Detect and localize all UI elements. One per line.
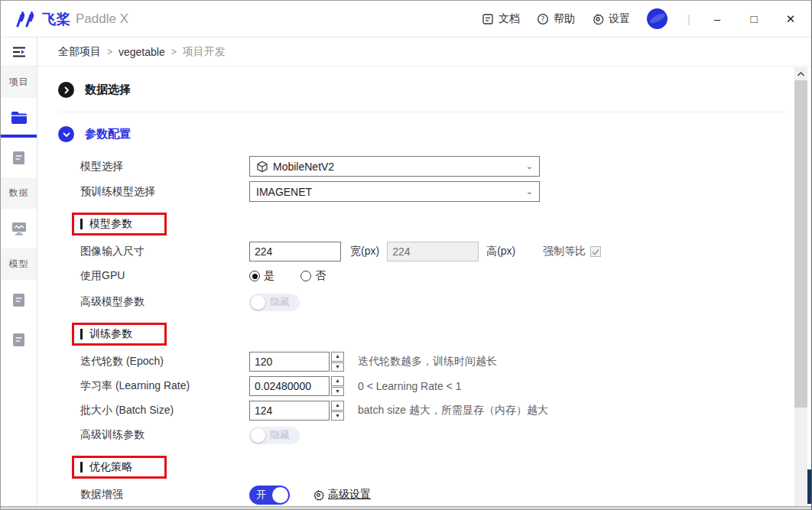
pretrain-select-dropdown[interactable]: IMAGENET ⌄ <box>249 181 540 202</box>
adv-model-row: 高级模型参数 隐藏 <box>80 292 811 312</box>
background-window-fragment <box>807 469 811 504</box>
paddle-logo-icon <box>15 11 37 28</box>
user-avatar[interactable] <box>647 8 667 29</box>
batch-hint: batch size 越大，所需显存（内存）越大 <box>358 404 548 417</box>
image-size-row: 图像输入尺寸 宽(px) 高(px) 强制等比 <box>80 242 811 261</box>
scrollbar-up-arrow[interactable] <box>794 67 807 80</box>
train-params-title: 训练参数 <box>89 327 132 341</box>
image-height-input <box>387 242 479 261</box>
epoch-input[interactable] <box>249 352 330 372</box>
chevron-down-icon: ⌄ <box>526 187 533 197</box>
use-gpu-row: 使用GPU 是 否 <box>80 266 811 286</box>
adv-model-toggle-label: 隐藏 <box>270 295 290 309</box>
main-area: 全部项目 > vegetable > 项目开发 数据选择 <box>37 37 811 510</box>
collapse-chevron-down-icon[interactable] <box>58 126 74 142</box>
maximize-button[interactable]: □ <box>744 12 764 25</box>
breadcrumb-separator: > <box>107 47 112 57</box>
window-bottom-edge <box>1 506 811 509</box>
section-bar <box>80 329 83 339</box>
spinner-up-button[interactable]: ▲ <box>331 376 344 386</box>
sidebar-collapse-button[interactable] <box>1 37 37 67</box>
model-select-dropdown[interactable]: MobileNetV2 ⌄ <box>249 156 540 177</box>
document-icon <box>482 13 494 25</box>
spinner-up-button[interactable]: ▲ <box>331 352 344 362</box>
pretrain-select-row: 预训练模型选择 IMAGENET ⌄ <box>80 181 811 202</box>
spinner-down-button[interactable]: ▼ <box>331 387 344 397</box>
chevron-down-icon: ⌄ <box>526 161 533 171</box>
close-button[interactable]: ✕ <box>781 12 801 26</box>
app-window: 飞桨 Paddle X 文档 ? 帮助 <box>0 0 812 510</box>
gear-icon <box>313 489 324 501</box>
toggle-knob <box>272 487 288 503</box>
breadcrumb-project-name[interactable]: vegetable <box>119 46 165 58</box>
settings-button[interactable]: 设置 <box>592 12 630 26</box>
adv-model-label: 高级模型参数 <box>80 295 249 309</box>
model-params-header-annotated: 模型参数 <box>72 213 167 236</box>
sidebar-item-project-doc[interactable] <box>1 138 37 177</box>
help-icon: ? <box>537 13 549 25</box>
sidebar-group-project: 项目 <box>1 67 37 98</box>
spinner-down-button[interactable]: ▼ <box>331 411 344 421</box>
adv-model-toggle[interactable]: 隐藏 <box>249 294 300 311</box>
docs-label: 文档 <box>499 12 520 26</box>
sidebar: 项目 数据 <box>1 37 37 510</box>
width-unit-label: 宽(px) <box>350 245 379 258</box>
batch-row: 批大小 (Batch Size) ▲ ▼ batch size 越大，所需显存（… <box>80 401 811 421</box>
window-controls-separator: | <box>687 12 690 25</box>
adv-train-toggle-label: 隐藏 <box>270 428 290 442</box>
menu-fold-icon <box>12 46 26 58</box>
section-title-param-config: 参数配置 <box>85 127 131 141</box>
train-params-header-annotated: 训练参数 <box>72 323 167 346</box>
augment-label: 数据增强 <box>80 488 249 502</box>
titlebar: 飞桨 Paddle X 文档 ? 帮助 <box>1 1 811 37</box>
batch-label: 批大小 (Batch Size) <box>80 404 249 417</box>
file-icon <box>12 151 25 165</box>
toggle-knob <box>251 428 265 443</box>
sidebar-item-dataset[interactable] <box>1 209 37 249</box>
docs-button[interactable]: 文档 <box>482 12 520 26</box>
logo-cn-text: 飞桨 <box>42 10 71 28</box>
model-select-value: MobileNetV2 <box>273 161 526 173</box>
optimize-header-annotated: 优化策略 <box>72 456 167 479</box>
augment-row: 数据增强 开 高级设置 <box>80 485 811 505</box>
app-logo: 飞桨 Paddle X <box>15 10 128 28</box>
augment-toggle[interactable]: 开 <box>249 486 290 505</box>
image-width-input[interactable] <box>249 242 341 261</box>
augment-toggle-label: 开 <box>256 488 266 502</box>
model-select-label: 模型选择 <box>80 160 249 174</box>
lr-row: 学习率 (Learning Rate) ▲ ▼ 0 < Learning Rat… <box>80 376 811 396</box>
section-title-data-select: 数据选择 <box>85 83 131 97</box>
force-ratio-checkbox[interactable] <box>590 246 601 257</box>
lr-input[interactable] <box>249 376 330 396</box>
model-params-title: 模型参数 <box>89 217 132 231</box>
vertical-scrollbar[interactable] <box>794 67 807 510</box>
section-param-config: 参数配置 <box>58 112 787 147</box>
gpu-no-radio[interactable]: 否 <box>300 269 326 283</box>
gpu-yes-radio[interactable]: 是 <box>249 269 274 283</box>
minimize-button[interactable]: – <box>707 12 727 25</box>
gear-icon <box>592 13 604 25</box>
epoch-row: 迭代轮数 (Epoch) ▲ ▼ 迭代轮数越多，训练时间越长 <box>80 352 811 372</box>
breadcrumb: 全部项目 > vegetable > 项目开发 <box>37 37 811 67</box>
batch-input[interactable] <box>249 401 330 421</box>
adv-train-toggle[interactable]: 隐藏 <box>249 427 300 444</box>
help-label: 帮助 <box>554 12 575 26</box>
spinner-up-button[interactable]: ▲ <box>331 401 344 411</box>
section-data-select: 数据选择 <box>58 67 787 112</box>
sidebar-item-project-overview[interactable] <box>1 98 37 138</box>
image-size-label: 图像输入尺寸 <box>80 245 249 258</box>
pretrain-select-label: 预训练模型选择 <box>80 185 249 199</box>
gpu-no-label: 否 <box>315 269 326 283</box>
epoch-hint: 迭代轮数越多，训练时间越长 <box>358 355 497 369</box>
force-ratio-label: 强制等比 <box>543 245 586 258</box>
expand-chevron-right-icon[interactable] <box>58 82 74 98</box>
file-icon <box>12 293 25 307</box>
spinner-down-button[interactable]: ▼ <box>331 362 344 372</box>
scrollbar-thumb[interactable] <box>794 80 807 408</box>
advanced-settings-label: 高级设置 <box>328 488 371 502</box>
sidebar-item-model-doc-1[interactable] <box>1 280 37 320</box>
sidebar-item-model-doc-2[interactable] <box>1 320 37 359</box>
advanced-settings-link[interactable]: 高级设置 <box>313 488 371 502</box>
breadcrumb-all-projects[interactable]: 全部项目 <box>58 45 101 59</box>
help-button[interactable]: ? 帮助 <box>537 12 575 26</box>
